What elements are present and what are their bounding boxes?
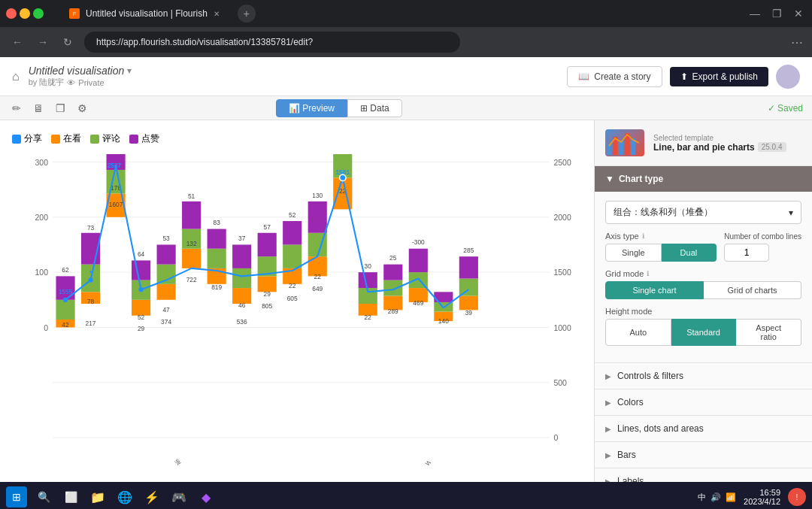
url-input[interactable] [84, 32, 460, 53]
svg-text:289: 289 [388, 308, 398, 315]
new-tab-button[interactable]: + [238, 5, 256, 23]
lines-dots-areas-section[interactable]: ▶ Lines, dots and areas [595, 416, 812, 442]
height-aspect-button[interactable]: Aspect ratio [736, 319, 801, 346]
bars-section[interactable]: ▶ Bars [595, 442, 812, 468]
header-actions: 📖 Create a story ⬆ Export & publish [567, 65, 800, 89]
close-window-btn[interactable]: ✕ [791, 5, 806, 23]
forward-button[interactable]: → [35, 33, 51, 51]
network-icon[interactable]: 📶 [726, 492, 736, 502]
export-publish-button[interactable]: ⬆ Export & publish [670, 67, 768, 86]
app-title[interactable]: Untitled visualisation [29, 65, 125, 77]
app-icon-1[interactable]: ⚡ [141, 486, 162, 507]
height-mode-label: Height mode [605, 307, 801, 316]
height-mode-btn-group: Auto Standard Aspect ratio [605, 319, 801, 346]
preview-tab[interactable]: 📊 Preview [276, 99, 347, 117]
address-bar: ← → ↻ ⋯ [0, 27, 812, 57]
home-icon[interactable]: ⌂ [12, 70, 20, 83]
svg-text:0: 0 [44, 324, 48, 332]
task-view-icon[interactable]: ⬜ [60, 486, 81, 507]
legend-item-like: 点赞 [129, 132, 159, 145]
tab-close-icon[interactable]: ✕ [214, 10, 220, 18]
axis-type-btn-group: Single Dual [605, 244, 717, 262]
svg-text:-300: -300 [412, 238, 425, 246]
svg-text:2500: 2500 [553, 159, 571, 167]
browser-titlebar: F Untitled visualisation | Flourish ✕ + … [0, 0, 812, 27]
legend-item-watching: 在看 [51, 132, 81, 145]
minimize-btn[interactable] [20, 8, 30, 19]
clock-date: 2023/4/12 [744, 497, 780, 506]
svg-text:500: 500 [553, 379, 567, 387]
svg-text:42: 42 [62, 321, 69, 329]
close-btn[interactable] [6, 8, 17, 19]
svg-rect-54 [208, 229, 226, 249]
refresh-button[interactable]: ↻ [60, 33, 75, 51]
axis-type-group: Axis type ℹ Single Dual [605, 232, 717, 262]
chart-type-body: 组合：线条和列（堆叠） ▾ Axis type ℹ Single [595, 192, 812, 362]
axis-dual-button[interactable]: Dual [662, 244, 717, 262]
browser-tab[interactable]: F Untitled visualisation | Flourish ✕ [59, 4, 230, 23]
colors-label: Colors [617, 397, 644, 408]
grid-charts-button[interactable]: Grid of charts [704, 281, 801, 299]
template-info-text: Selected template Line, bar and pie char… [653, 134, 786, 153]
template-version: 25.0.4 [758, 142, 786, 152]
restore-window-btn[interactable]: ❐ [769, 5, 785, 23]
svg-rect-46 [182, 249, 201, 268]
svg-rect-42 [157, 244, 176, 264]
svg-text:285: 285 [463, 247, 474, 254]
svg-rect-71 [283, 221, 301, 244]
story-icon: 📖 [578, 71, 589, 82]
number-combo-label: Number of combo lines [724, 232, 801, 241]
data-tab[interactable]: ⊞ Data [347, 99, 402, 117]
svg-text:2587: 2587 [108, 162, 122, 169]
chart-type-header[interactable]: ▼ Chart type [595, 166, 812, 192]
volume-icon[interactable]: 🔊 [710, 492, 721, 502]
taskbar-clock[interactable]: 16:59 2023/4/12 [744, 488, 780, 506]
chart-legend: 分享 在看 评论 点赞 [12, 132, 582, 145]
app-title-group: Untitled visualisation ▾ by 陆胧宇 👁 Privat… [29, 65, 132, 88]
svg-rect-93 [383, 280, 402, 296]
ime-indicator: 中 [698, 492, 706, 503]
taskbar-right: 中 🔊 📶 16:59 2023/4/12 ! [698, 488, 806, 506]
svg-text:300: 300 [35, 159, 49, 167]
svg-text:52: 52 [289, 211, 296, 219]
edge-icon[interactable]: 🌐 [114, 486, 135, 507]
axis-type-row: Axis type ℹ Single Dual Number of combo … [605, 232, 801, 262]
explorer-icon[interactable]: 📁 [87, 486, 108, 507]
search-taskbar-icon[interactable]: 🔍 [33, 486, 54, 507]
title-dropdown-icon[interactable]: ▾ [127, 65, 132, 76]
chart-type-dropdown[interactable]: 组合：线条和列（堆叠） ▾ [605, 201, 801, 224]
labels-caret-icon: ▶ [605, 477, 611, 483]
start-button[interactable]: ⊞ [6, 486, 27, 507]
svg-text:57: 57 [264, 223, 271, 231]
app-icon-2[interactable]: 🎮 [168, 486, 189, 507]
legend-label-watching: 在看 [63, 132, 81, 145]
settings-icon[interactable]: ⚙ [74, 99, 90, 117]
grid-mode-info-icon[interactable]: ℹ [647, 270, 649, 277]
copy-icon[interactable]: ❐ [53, 99, 68, 117]
svg-text:605: 605 [287, 295, 298, 302]
minimize-window-btn[interactable]: — [747, 5, 763, 23]
svg-text:53: 53 [162, 235, 170, 242]
back-button[interactable]: ← [9, 33, 26, 51]
height-standard-button[interactable]: Standard [671, 319, 737, 346]
user-avatar[interactable] [776, 65, 800, 89]
labels-section[interactable]: ▶ Labels [595, 468, 812, 482]
chart-area: 分享 在看 评论 点赞 [0, 120, 594, 482]
svg-rect-77 [308, 201, 327, 233]
controls-filters-label: Controls & filters [617, 371, 683, 381]
export-icon: ⬆ [680, 71, 688, 82]
height-auto-button[interactable]: Auto [605, 319, 671, 346]
notification-icon[interactable]: ! [788, 488, 806, 506]
pencil-icon[interactable]: ✏ [9, 99, 24, 117]
svg-rect-48 [182, 201, 201, 229]
create-story-button[interactable]: 📖 Create a story [567, 66, 662, 87]
colors-section[interactable]: ▶ Colors [595, 389, 812, 416]
axis-single-button[interactable]: Single [605, 244, 662, 262]
app-icon-3[interactable]: ◆ [195, 486, 217, 507]
maximize-btn[interactable] [33, 8, 44, 19]
controls-filters-section[interactable]: ▶ Controls & filters [595, 363, 812, 389]
axis-type-info-icon[interactable]: ℹ [642, 232, 644, 240]
single-chart-button[interactable]: Single chart [605, 281, 704, 299]
monitor-icon[interactable]: 🖥 [30, 99, 47, 117]
number-combo-input[interactable] [724, 244, 769, 262]
